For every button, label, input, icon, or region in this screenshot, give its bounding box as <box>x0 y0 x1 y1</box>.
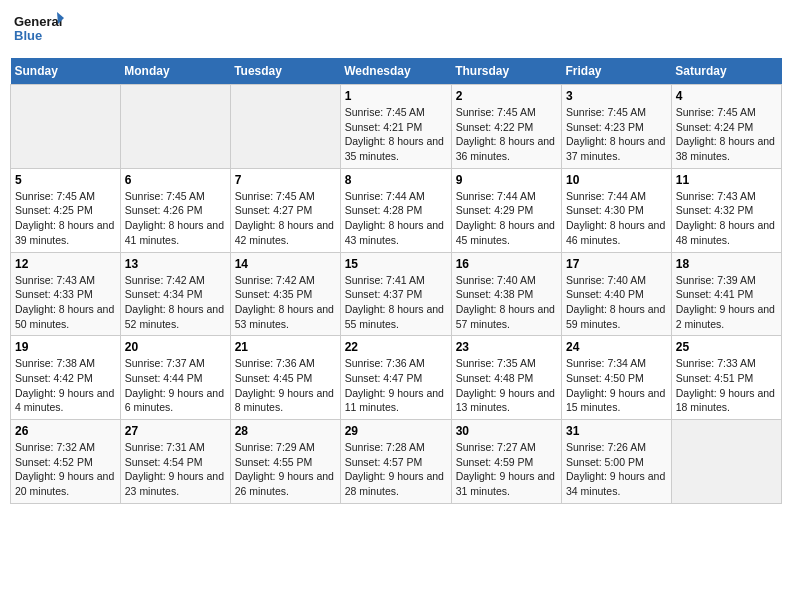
calendar-cell: 30Sunrise: 7:27 AM Sunset: 4:59 PM Dayli… <box>451 420 561 504</box>
calendar-cell: 10Sunrise: 7:44 AM Sunset: 4:30 PM Dayli… <box>562 168 672 252</box>
day-number: 8 <box>345 173 447 187</box>
day-detail: Sunrise: 7:41 AM Sunset: 4:37 PM Dayligh… <box>345 273 447 332</box>
calendar-cell: 21Sunrise: 7:36 AM Sunset: 4:45 PM Dayli… <box>230 336 340 420</box>
day-number: 27 <box>125 424 226 438</box>
day-number: 28 <box>235 424 336 438</box>
day-header-tuesday: Tuesday <box>230 58 340 85</box>
day-detail: Sunrise: 7:36 AM Sunset: 4:45 PM Dayligh… <box>235 356 336 415</box>
day-detail: Sunrise: 7:38 AM Sunset: 4:42 PM Dayligh… <box>15 356 116 415</box>
calendar-cell <box>11 85 121 169</box>
week-row-4: 19Sunrise: 7:38 AM Sunset: 4:42 PM Dayli… <box>11 336 782 420</box>
day-number: 24 <box>566 340 667 354</box>
day-detail: Sunrise: 7:45 AM Sunset: 4:26 PM Dayligh… <box>125 189 226 248</box>
calendar-cell: 20Sunrise: 7:37 AM Sunset: 4:44 PM Dayli… <box>120 336 230 420</box>
calendar-cell: 18Sunrise: 7:39 AM Sunset: 4:41 PM Dayli… <box>671 252 781 336</box>
calendar-cell: 28Sunrise: 7:29 AM Sunset: 4:55 PM Dayli… <box>230 420 340 504</box>
day-detail: Sunrise: 7:45 AM Sunset: 4:27 PM Dayligh… <box>235 189 336 248</box>
week-row-3: 12Sunrise: 7:43 AM Sunset: 4:33 PM Dayli… <box>11 252 782 336</box>
calendar-cell: 16Sunrise: 7:40 AM Sunset: 4:38 PM Dayli… <box>451 252 561 336</box>
day-number: 18 <box>676 257 777 271</box>
calendar-cell: 23Sunrise: 7:35 AM Sunset: 4:48 PM Dayli… <box>451 336 561 420</box>
calendar-cell: 5Sunrise: 7:45 AM Sunset: 4:25 PM Daylig… <box>11 168 121 252</box>
calendar-cell: 15Sunrise: 7:41 AM Sunset: 4:37 PM Dayli… <box>340 252 451 336</box>
week-row-1: 1Sunrise: 7:45 AM Sunset: 4:21 PM Daylig… <box>11 85 782 169</box>
day-detail: Sunrise: 7:40 AM Sunset: 4:40 PM Dayligh… <box>566 273 667 332</box>
week-row-5: 26Sunrise: 7:32 AM Sunset: 4:52 PM Dayli… <box>11 420 782 504</box>
day-number: 17 <box>566 257 667 271</box>
day-number: 22 <box>345 340 447 354</box>
calendar-cell: 3Sunrise: 7:45 AM Sunset: 4:23 PM Daylig… <box>562 85 672 169</box>
day-detail: Sunrise: 7:45 AM Sunset: 4:24 PM Dayligh… <box>676 105 777 164</box>
svg-text:General: General <box>14 14 62 29</box>
day-detail: Sunrise: 7:27 AM Sunset: 4:59 PM Dayligh… <box>456 440 557 499</box>
day-detail: Sunrise: 7:44 AM Sunset: 4:30 PM Dayligh… <box>566 189 667 248</box>
calendar-cell: 7Sunrise: 7:45 AM Sunset: 4:27 PM Daylig… <box>230 168 340 252</box>
day-detail: Sunrise: 7:40 AM Sunset: 4:38 PM Dayligh… <box>456 273 557 332</box>
day-number: 15 <box>345 257 447 271</box>
calendar-cell: 25Sunrise: 7:33 AM Sunset: 4:51 PM Dayli… <box>671 336 781 420</box>
day-number: 5 <box>15 173 116 187</box>
day-header-friday: Friday <box>562 58 672 85</box>
calendar-cell: 22Sunrise: 7:36 AM Sunset: 4:47 PM Dayli… <box>340 336 451 420</box>
calendar-cell <box>120 85 230 169</box>
day-header-monday: Monday <box>120 58 230 85</box>
day-number: 30 <box>456 424 557 438</box>
day-number: 12 <box>15 257 116 271</box>
day-detail: Sunrise: 7:34 AM Sunset: 4:50 PM Dayligh… <box>566 356 667 415</box>
day-number: 7 <box>235 173 336 187</box>
svg-text:Blue: Blue <box>14 28 42 43</box>
day-number: 10 <box>566 173 667 187</box>
day-detail: Sunrise: 7:45 AM Sunset: 4:23 PM Dayligh… <box>566 105 667 164</box>
day-number: 26 <box>15 424 116 438</box>
day-detail: Sunrise: 7:26 AM Sunset: 5:00 PM Dayligh… <box>566 440 667 499</box>
day-detail: Sunrise: 7:39 AM Sunset: 4:41 PM Dayligh… <box>676 273 777 332</box>
calendar-cell: 1Sunrise: 7:45 AM Sunset: 4:21 PM Daylig… <box>340 85 451 169</box>
day-detail: Sunrise: 7:33 AM Sunset: 4:51 PM Dayligh… <box>676 356 777 415</box>
calendar-cell: 29Sunrise: 7:28 AM Sunset: 4:57 PM Dayli… <box>340 420 451 504</box>
calendar-table: SundayMondayTuesdayWednesdayThursdayFrid… <box>10 58 782 504</box>
calendar-cell: 26Sunrise: 7:32 AM Sunset: 4:52 PM Dayli… <box>11 420 121 504</box>
day-number: 4 <box>676 89 777 103</box>
day-detail: Sunrise: 7:32 AM Sunset: 4:52 PM Dayligh… <box>15 440 116 499</box>
page-header: General Blue <box>10 10 782 50</box>
logo-svg: General Blue <box>14 10 64 50</box>
logo: General Blue <box>14 10 64 50</box>
day-number: 11 <box>676 173 777 187</box>
day-header-wednesday: Wednesday <box>340 58 451 85</box>
day-number: 23 <box>456 340 557 354</box>
day-detail: Sunrise: 7:37 AM Sunset: 4:44 PM Dayligh… <box>125 356 226 415</box>
week-row-2: 5Sunrise: 7:45 AM Sunset: 4:25 PM Daylig… <box>11 168 782 252</box>
calendar-cell: 17Sunrise: 7:40 AM Sunset: 4:40 PM Dayli… <box>562 252 672 336</box>
day-number: 3 <box>566 89 667 103</box>
calendar-cell: 9Sunrise: 7:44 AM Sunset: 4:29 PM Daylig… <box>451 168 561 252</box>
day-number: 19 <box>15 340 116 354</box>
day-detail: Sunrise: 7:28 AM Sunset: 4:57 PM Dayligh… <box>345 440 447 499</box>
day-number: 1 <box>345 89 447 103</box>
calendar-cell: 2Sunrise: 7:45 AM Sunset: 4:22 PM Daylig… <box>451 85 561 169</box>
calendar-cell: 8Sunrise: 7:44 AM Sunset: 4:28 PM Daylig… <box>340 168 451 252</box>
calendar-cell: 11Sunrise: 7:43 AM Sunset: 4:32 PM Dayli… <box>671 168 781 252</box>
day-number: 16 <box>456 257 557 271</box>
day-number: 25 <box>676 340 777 354</box>
day-number: 14 <box>235 257 336 271</box>
calendar-cell <box>671 420 781 504</box>
calendar-cell: 6Sunrise: 7:45 AM Sunset: 4:26 PM Daylig… <box>120 168 230 252</box>
day-detail: Sunrise: 7:44 AM Sunset: 4:29 PM Dayligh… <box>456 189 557 248</box>
day-detail: Sunrise: 7:45 AM Sunset: 4:22 PM Dayligh… <box>456 105 557 164</box>
day-detail: Sunrise: 7:42 AM Sunset: 4:34 PM Dayligh… <box>125 273 226 332</box>
calendar-cell <box>230 85 340 169</box>
day-number: 29 <box>345 424 447 438</box>
day-number: 13 <box>125 257 226 271</box>
calendar-cell: 12Sunrise: 7:43 AM Sunset: 4:33 PM Dayli… <box>11 252 121 336</box>
day-detail: Sunrise: 7:45 AM Sunset: 4:21 PM Dayligh… <box>345 105 447 164</box>
day-detail: Sunrise: 7:42 AM Sunset: 4:35 PM Dayligh… <box>235 273 336 332</box>
day-header-saturday: Saturday <box>671 58 781 85</box>
day-detail: Sunrise: 7:43 AM Sunset: 4:33 PM Dayligh… <box>15 273 116 332</box>
day-number: 21 <box>235 340 336 354</box>
day-number: 20 <box>125 340 226 354</box>
day-detail: Sunrise: 7:31 AM Sunset: 4:54 PM Dayligh… <box>125 440 226 499</box>
calendar-header-row: SundayMondayTuesdayWednesdayThursdayFrid… <box>11 58 782 85</box>
calendar-cell: 31Sunrise: 7:26 AM Sunset: 5:00 PM Dayli… <box>562 420 672 504</box>
calendar-cell: 13Sunrise: 7:42 AM Sunset: 4:34 PM Dayli… <box>120 252 230 336</box>
day-header-sunday: Sunday <box>11 58 121 85</box>
